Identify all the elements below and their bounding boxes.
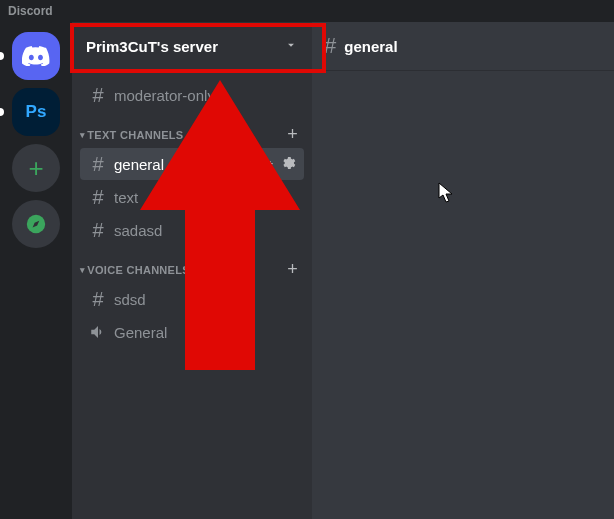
hash-icon: # <box>88 154 108 174</box>
hash-icon: # <box>88 220 108 240</box>
channel-item[interactable]: # moderator-only <box>80 79 304 111</box>
gear-icon[interactable] <box>280 155 296 174</box>
hash-icon: # <box>88 187 108 207</box>
channel-item[interactable]: # text <box>80 181 304 213</box>
server-item-ps[interactable]: Ps <box>12 88 60 136</box>
hash-icon: # <box>324 33 336 59</box>
channel-list: # moderator-only ▾ TEXT CHANNELS + # gen… <box>72 70 312 519</box>
channel-category[interactable]: ▾ TEXT CHANNELS + <box>72 112 312 147</box>
channel-item[interactable]: # sadasd <box>80 214 304 246</box>
channel-name: moderator-only <box>114 87 296 104</box>
server-rail: Ps + <box>0 22 72 519</box>
channel-item[interactable]: # general <box>80 148 304 180</box>
add-server-button[interactable]: + <box>12 144 60 192</box>
channel-name: text <box>114 189 296 206</box>
chevron-down-icon <box>284 38 298 55</box>
invite-icon[interactable] <box>258 155 274 174</box>
channel-item[interactable]: # sdsd <box>80 283 304 315</box>
app-body: Ps + Prim3CuT's server <box>0 22 614 519</box>
add-channel-button[interactable]: + <box>287 259 304 280</box>
explore-button[interactable] <box>12 200 60 248</box>
speaker-icon <box>88 322 108 342</box>
plus-icon: + <box>28 155 43 181</box>
channel-name: sadasd <box>114 222 296 239</box>
category-label: TEXT CHANNELS <box>87 129 183 141</box>
channel-name: general <box>114 156 252 173</box>
chevron-down-icon: ▾ <box>80 130 85 140</box>
chevron-down-icon: ▾ <box>80 265 85 275</box>
compass-icon <box>25 213 47 235</box>
category-label: VOICE CHANNELS <box>87 264 190 276</box>
discord-logo-icon <box>22 46 50 66</box>
channel-name: sdsd <box>114 291 296 308</box>
home-button[interactable] <box>12 32 60 80</box>
channel-name: General <box>114 324 296 341</box>
server-name: Prim3CuT's server <box>86 38 218 55</box>
hash-icon: # <box>88 85 108 105</box>
channel-item[interactable]: General <box>80 316 304 348</box>
hash-icon: # <box>88 289 108 309</box>
discord-app: Discord Ps + <box>0 0 614 519</box>
server-item-label: Ps <box>26 102 47 122</box>
chat-area: # general <box>312 22 614 519</box>
channel-sidebar: Prim3CuT's server # moderator-only ▾ TEX… <box>72 22 312 519</box>
chat-messages[interactable] <box>312 70 614 519</box>
add-channel-button[interactable]: + <box>287 124 304 145</box>
titlebar: Discord <box>0 0 614 22</box>
server-header[interactable]: Prim3CuT's server <box>72 22 312 70</box>
chat-header: # general <box>312 22 614 70</box>
app-name: Discord <box>8 4 53 18</box>
chat-channel-name: general <box>344 38 397 55</box>
channel-category[interactable]: ▾ VOICE CHANNELS + <box>72 247 312 282</box>
